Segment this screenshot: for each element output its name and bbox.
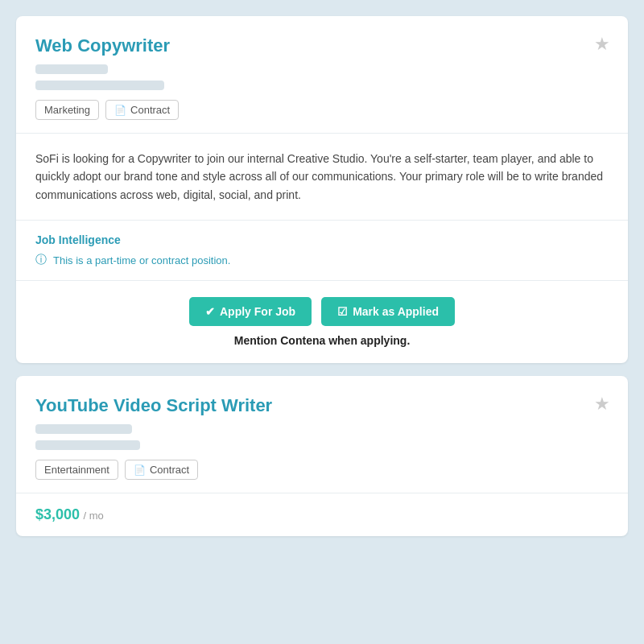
apply-button[interactable]: ✔ Apply For Job xyxy=(189,297,312,326)
mark-applied-button[interactable]: ☑ Mark as Applied xyxy=(321,297,455,326)
favorite-icon-1[interactable]: ★ xyxy=(594,34,610,55)
salary-section: $3,000 / mo xyxy=(16,493,628,536)
favorite-icon-2[interactable]: ★ xyxy=(594,394,610,415)
salary-amount: $3,000 xyxy=(35,506,80,522)
card2-header: YouTube Video Script Writer ★ Entertainm… xyxy=(16,376,628,493)
job-description-1: SoFi is looking for a Copywriter to join… xyxy=(35,150,609,204)
tag-contract-1: 📄 Contract xyxy=(105,100,179,120)
tag-contract-1-label: Contract xyxy=(130,104,170,116)
skeleton-line-4 xyxy=(35,440,140,450)
card1-body: SoFi is looking for a Copywriter to join… xyxy=(16,134,628,221)
job-intelligence-item: ⓘ This is a part-time or contract positi… xyxy=(35,253,609,267)
job-card-1: Web Copywriter ★ Marketing 📄 Contract So… xyxy=(16,16,628,363)
footer-buttons: ✔ Apply For Job ☑ Mark as Applied xyxy=(189,297,455,326)
job-card-2: YouTube Video Script Writer ★ Entertainm… xyxy=(16,376,628,536)
salary-period: / mo xyxy=(84,510,104,522)
checkmark-icon-mark: ☑ xyxy=(337,305,348,318)
skeleton-line-1 xyxy=(35,64,108,74)
tag-list-1: Marketing 📄 Contract xyxy=(35,100,609,120)
checkmark-icon-apply: ✔ xyxy=(205,305,215,318)
card1-footer: ✔ Apply For Job ☑ Mark as Applied Mentio… xyxy=(16,281,628,363)
job-intelligence-title: Job Intelligence xyxy=(35,233,609,246)
skeleton-line-2 xyxy=(35,80,164,90)
tag-contract-2-label: Contract xyxy=(150,464,189,476)
job-intelligence-section: Job Intelligence ⓘ This is a part-time o… xyxy=(16,221,628,281)
tag-entertainment-label: Entertainment xyxy=(44,464,109,476)
document-icon-1: 📄 xyxy=(114,105,126,116)
job-title-1: Web Copywriter xyxy=(35,35,609,56)
clock-icon: ⓘ xyxy=(35,253,47,267)
tag-contract-2: 📄 Contract xyxy=(125,460,198,480)
mark-label: Mark as Applied xyxy=(353,305,439,318)
tag-marketing-label: Marketing xyxy=(44,104,90,116)
tag-entertainment: Entertainment xyxy=(35,460,118,480)
document-icon-2: 📄 xyxy=(134,464,146,476)
skeleton-line-3 xyxy=(35,424,132,434)
apply-label: Apply For Job xyxy=(220,305,295,318)
card1-header: Web Copywriter ★ Marketing 📄 Contract xyxy=(16,16,628,134)
tag-marketing: Marketing xyxy=(35,100,99,120)
tag-list-2: Entertainment 📄 Contract xyxy=(35,460,609,480)
mention-text: Mention Contena when applying. xyxy=(234,334,411,347)
job-intelligence-text: This is a part-time or contract position… xyxy=(53,254,230,266)
job-title-2: YouTube Video Script Writer xyxy=(35,395,609,416)
